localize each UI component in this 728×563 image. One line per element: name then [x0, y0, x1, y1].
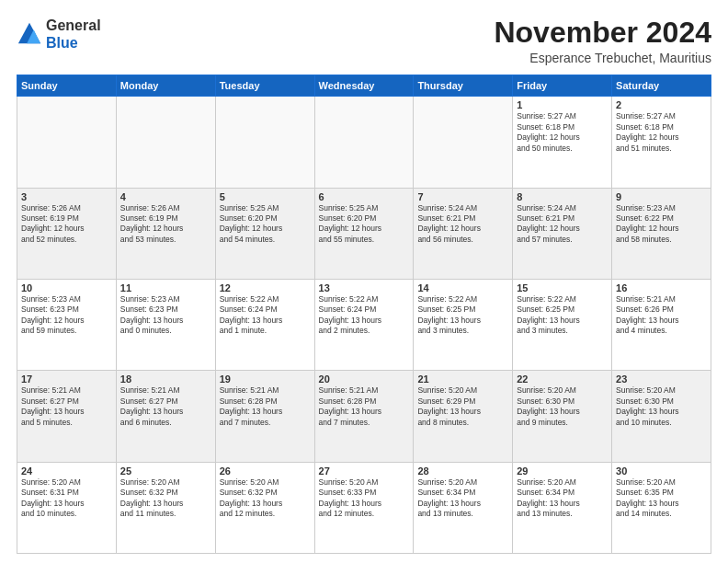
calendar-cell: 20Sunrise: 5:21 AM Sunset: 6:28 PM Dayli… [314, 371, 414, 462]
day-number: 10 [21, 282, 112, 293]
calendar-cell: 22Sunrise: 5:20 AM Sunset: 6:30 PM Dayli… [513, 371, 612, 462]
logo-general: General [46, 17, 101, 34]
calendar: SundayMondayTuesdayWednesdayThursdayFrid… [17, 75, 711, 554]
logo-text: General Blue [46, 17, 101, 52]
calendar-cell: 29Sunrise: 5:20 AM Sunset: 6:34 PM Dayli… [513, 462, 612, 553]
day-number: 6 [319, 191, 410, 202]
calendar-cell: 8Sunrise: 5:24 AM Sunset: 6:21 PM Daylig… [513, 188, 612, 279]
location: Esperance Trebuchet, Mauritius [494, 51, 711, 65]
calendar-cell: 30Sunrise: 5:20 AM Sunset: 6:35 PM Dayli… [612, 462, 711, 553]
calendar-cell [314, 97, 414, 188]
week-row-2: 3Sunrise: 5:26 AM Sunset: 6:19 PM Daylig… [17, 188, 711, 279]
weekday-header-monday: Monday [116, 75, 215, 97]
calendar-cell [116, 97, 215, 188]
day-info: Sunrise: 5:20 AM Sunset: 6:31 PM Dayligh… [21, 477, 112, 520]
calendar-cell: 2Sunrise: 5:27 AM Sunset: 6:18 PM Daylig… [612, 97, 711, 188]
day-info: Sunrise: 5:20 AM Sunset: 6:32 PM Dayligh… [120, 477, 211, 520]
weekday-header-friday: Friday [513, 75, 612, 97]
day-number: 12 [220, 282, 311, 293]
day-info: Sunrise: 5:20 AM Sunset: 6:34 PM Dayligh… [417, 477, 508, 520]
day-number: 3 [21, 191, 112, 202]
day-number: 14 [417, 282, 508, 293]
calendar-cell: 3Sunrise: 5:26 AM Sunset: 6:19 PM Daylig… [17, 188, 117, 279]
calendar-cell: 27Sunrise: 5:20 AM Sunset: 6:33 PM Dayli… [314, 462, 414, 553]
day-info: Sunrise: 5:25 AM Sunset: 6:20 PM Dayligh… [319, 203, 410, 246]
day-info: Sunrise: 5:24 AM Sunset: 6:21 PM Dayligh… [517, 203, 608, 246]
calendar-cell: 15Sunrise: 5:22 AM Sunset: 6:25 PM Dayli… [513, 279, 612, 370]
week-row-3: 10Sunrise: 5:23 AM Sunset: 6:23 PM Dayli… [17, 279, 711, 370]
day-number: 4 [120, 191, 211, 202]
day-number: 27 [319, 465, 410, 477]
weekday-header-saturday: Saturday [612, 75, 711, 97]
day-number: 30 [616, 465, 707, 477]
day-info: Sunrise: 5:23 AM Sunset: 6:23 PM Dayligh… [120, 294, 211, 337]
day-number: 29 [517, 465, 608, 477]
calendar-cell [17, 97, 117, 188]
calendar-cell: 7Sunrise: 5:24 AM Sunset: 6:21 PM Daylig… [414, 188, 513, 279]
calendar-cell: 11Sunrise: 5:23 AM Sunset: 6:23 PM Dayli… [116, 279, 215, 370]
week-row-4: 17Sunrise: 5:21 AM Sunset: 6:27 PM Dayli… [17, 371, 711, 462]
month-title: November 2024 [494, 17, 711, 49]
calendar-cell: 25Sunrise: 5:20 AM Sunset: 6:32 PM Dayli… [116, 462, 215, 553]
calendar-cell: 21Sunrise: 5:20 AM Sunset: 6:29 PM Dayli… [414, 371, 513, 462]
day-number: 19 [220, 373, 311, 385]
week-row-1: 1Sunrise: 5:27 AM Sunset: 6:18 PM Daylig… [17, 97, 711, 188]
day-info: Sunrise: 5:27 AM Sunset: 6:18 PM Dayligh… [517, 111, 608, 154]
day-number: 22 [517, 373, 608, 385]
day-number: 16 [616, 282, 707, 293]
day-number: 8 [517, 191, 608, 202]
day-number: 26 [220, 465, 311, 477]
day-number: 18 [120, 373, 211, 385]
day-number: 17 [21, 373, 112, 385]
day-number: 28 [417, 465, 508, 477]
calendar-cell: 10Sunrise: 5:23 AM Sunset: 6:23 PM Dayli… [17, 279, 117, 370]
day-number: 1 [517, 99, 608, 110]
calendar-cell: 14Sunrise: 5:22 AM Sunset: 6:25 PM Dayli… [414, 279, 513, 370]
calendar-cell: 28Sunrise: 5:20 AM Sunset: 6:34 PM Dayli… [414, 462, 513, 553]
day-info: Sunrise: 5:23 AM Sunset: 6:23 PM Dayligh… [21, 294, 112, 337]
day-info: Sunrise: 5:22 AM Sunset: 6:24 PM Dayligh… [220, 294, 311, 337]
calendar-cell: 6Sunrise: 5:25 AM Sunset: 6:20 PM Daylig… [314, 188, 414, 279]
weekday-header-tuesday: Tuesday [215, 75, 314, 97]
calendar-cell: 19Sunrise: 5:21 AM Sunset: 6:28 PM Dayli… [215, 371, 314, 462]
day-number: 24 [21, 465, 112, 477]
logo-icon [17, 21, 42, 47]
calendar-cell: 16Sunrise: 5:21 AM Sunset: 6:26 PM Dayli… [612, 279, 711, 370]
calendar-cell: 24Sunrise: 5:20 AM Sunset: 6:31 PM Dayli… [17, 462, 117, 553]
day-number: 15 [517, 282, 608, 293]
weekday-header-thursday: Thursday [414, 75, 513, 97]
day-number: 11 [120, 282, 211, 293]
calendar-cell [414, 97, 513, 188]
header: General Blue November 2024 Esperance Tre… [17, 17, 711, 65]
calendar-cell: 12Sunrise: 5:22 AM Sunset: 6:24 PM Dayli… [215, 279, 314, 370]
logo-blue: Blue [46, 34, 101, 52]
calendar-cell: 9Sunrise: 5:23 AM Sunset: 6:22 PM Daylig… [612, 188, 711, 279]
day-info: Sunrise: 5:22 AM Sunset: 6:24 PM Dayligh… [319, 294, 410, 337]
calendar-cell [215, 97, 314, 188]
calendar-cell: 4Sunrise: 5:26 AM Sunset: 6:19 PM Daylig… [116, 188, 215, 279]
day-number: 20 [319, 373, 410, 385]
day-info: Sunrise: 5:26 AM Sunset: 6:19 PM Dayligh… [21, 203, 112, 246]
logo: General Blue [17, 17, 101, 52]
day-info: Sunrise: 5:23 AM Sunset: 6:22 PM Dayligh… [616, 203, 707, 246]
calendar-cell: 5Sunrise: 5:25 AM Sunset: 6:20 PM Daylig… [215, 188, 314, 279]
day-info: Sunrise: 5:20 AM Sunset: 6:33 PM Dayligh… [319, 477, 410, 520]
calendar-cell: 18Sunrise: 5:21 AM Sunset: 6:27 PM Dayli… [116, 371, 215, 462]
day-info: Sunrise: 5:20 AM Sunset: 6:34 PM Dayligh… [517, 477, 608, 520]
calendar-cell: 1Sunrise: 5:27 AM Sunset: 6:18 PM Daylig… [513, 97, 612, 188]
day-number: 7 [417, 191, 508, 202]
title-block: November 2024 Esperance Trebuchet, Mauri… [494, 17, 711, 65]
day-info: Sunrise: 5:20 AM Sunset: 6:35 PM Dayligh… [616, 477, 707, 520]
day-number: 5 [220, 191, 311, 202]
weekday-header-sunday: Sunday [17, 75, 117, 97]
day-info: Sunrise: 5:22 AM Sunset: 6:25 PM Dayligh… [517, 294, 608, 337]
weekday-header-row: SundayMondayTuesdayWednesdayThursdayFrid… [17, 75, 711, 97]
day-number: 9 [616, 191, 707, 202]
day-number: 13 [319, 282, 410, 293]
day-info: Sunrise: 5:27 AM Sunset: 6:18 PM Dayligh… [616, 111, 707, 154]
day-number: 2 [616, 99, 707, 110]
day-info: Sunrise: 5:20 AM Sunset: 6:30 PM Dayligh… [616, 385, 707, 428]
calendar-cell: 13Sunrise: 5:22 AM Sunset: 6:24 PM Dayli… [314, 279, 414, 370]
day-info: Sunrise: 5:20 AM Sunset: 6:30 PM Dayligh… [517, 385, 608, 428]
day-info: Sunrise: 5:21 AM Sunset: 6:27 PM Dayligh… [21, 385, 112, 428]
